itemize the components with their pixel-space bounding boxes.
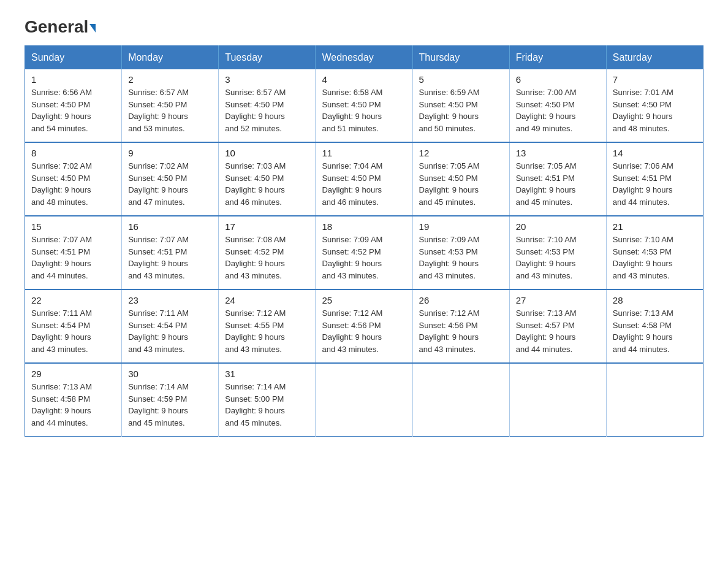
- day-number: 8: [31, 148, 115, 158]
- day-info: Sunrise: 7:06 AMSunset: 4:51 PMDaylight:…: [613, 161, 673, 207]
- day-info: Sunrise: 7:02 AMSunset: 4:50 PMDaylight:…: [128, 161, 189, 207]
- calendar-cell: 1 Sunrise: 6:56 AMSunset: 4:50 PMDayligh…: [25, 69, 122, 142]
- day-number: 24: [225, 295, 309, 305]
- day-number: 21: [613, 221, 697, 232]
- col-header-thursday: Thursday: [412, 46, 509, 70]
- day-number: 4: [322, 74, 406, 85]
- day-info: Sunrise: 7:12 AMSunset: 4:56 PMDaylight:…: [322, 308, 382, 354]
- calendar-cell: 20 Sunrise: 7:10 AMSunset: 4:53 PMDaylig…: [509, 216, 606, 289]
- calendar-cell: [509, 363, 606, 437]
- calendar-cell: 31 Sunrise: 7:14 AMSunset: 5:00 PMDaylig…: [219, 363, 316, 437]
- day-number: 5: [419, 74, 503, 85]
- day-info: Sunrise: 7:07 AMSunset: 4:51 PMDaylight:…: [128, 235, 189, 280]
- calendar-cell: [606, 363, 703, 437]
- calendar-cell: 21 Sunrise: 7:10 AMSunset: 4:53 PMDaylig…: [606, 216, 703, 289]
- calendar-week-row: 15 Sunrise: 7:07 AMSunset: 4:51 PMDaylig…: [25, 216, 703, 289]
- calendar-cell: 30 Sunrise: 7:14 AMSunset: 4:59 PMDaylig…: [122, 363, 219, 437]
- calendar-cell: 24 Sunrise: 7:12 AMSunset: 4:55 PMDaylig…: [219, 289, 316, 363]
- day-number: 25: [322, 295, 406, 305]
- day-number: 29: [31, 369, 115, 379]
- calendar-cell: 2 Sunrise: 6:57 AMSunset: 4:50 PMDayligh…: [122, 69, 219, 142]
- calendar-cell: 13 Sunrise: 7:05 AMSunset: 4:51 PMDaylig…: [509, 142, 606, 216]
- day-info: Sunrise: 7:12 AMSunset: 4:56 PMDaylight:…: [419, 308, 480, 354]
- calendar-table: SundayMondayTuesdayWednesdayThursdayFrid…: [25, 45, 703, 437]
- col-header-tuesday: Tuesday: [219, 46, 316, 70]
- day-info: Sunrise: 7:11 AMSunset: 4:54 PMDaylight:…: [128, 308, 189, 354]
- calendar-cell: 9 Sunrise: 7:02 AMSunset: 4:50 PMDayligh…: [122, 142, 219, 216]
- calendar-week-row: 29 Sunrise: 7:13 AMSunset: 4:58 PMDaylig…: [25, 363, 703, 437]
- logo: General: [25, 18, 96, 34]
- calendar-cell: 28 Sunrise: 7:13 AMSunset: 4:58 PMDaylig…: [606, 289, 703, 363]
- day-number: 18: [322, 221, 406, 232]
- day-number: 1: [31, 74, 115, 85]
- day-info: Sunrise: 7:09 AMSunset: 4:52 PMDaylight:…: [322, 235, 382, 280]
- day-info: Sunrise: 6:59 AMSunset: 4:50 PMDaylight:…: [419, 88, 480, 133]
- calendar-cell: 4 Sunrise: 6:58 AMSunset: 4:50 PMDayligh…: [316, 69, 412, 142]
- day-number: 6: [516, 74, 600, 85]
- calendar-cell: 5 Sunrise: 6:59 AMSunset: 4:50 PMDayligh…: [412, 69, 509, 142]
- day-number: 14: [613, 148, 697, 158]
- calendar-cell: 27 Sunrise: 7:13 AMSunset: 4:57 PMDaylig…: [509, 289, 606, 363]
- calendar-cell: 25 Sunrise: 7:12 AMSunset: 4:56 PMDaylig…: [316, 289, 412, 363]
- day-number: 10: [225, 148, 309, 158]
- day-info: Sunrise: 7:10 AMSunset: 4:53 PMDaylight:…: [516, 235, 577, 280]
- col-header-monday: Monday: [122, 46, 219, 70]
- calendar-cell: 6 Sunrise: 7:00 AMSunset: 4:50 PMDayligh…: [509, 69, 606, 142]
- day-info: Sunrise: 7:05 AMSunset: 4:51 PMDaylight:…: [516, 161, 577, 207]
- col-header-friday: Friday: [509, 46, 606, 70]
- day-number: 31: [225, 369, 309, 379]
- calendar-cell: 14 Sunrise: 7:06 AMSunset: 4:51 PMDaylig…: [606, 142, 703, 216]
- calendar-cell: 26 Sunrise: 7:12 AMSunset: 4:56 PMDaylig…: [412, 289, 509, 363]
- day-info: Sunrise: 6:58 AMSunset: 4:50 PMDaylight:…: [322, 88, 382, 133]
- calendar-cell: 3 Sunrise: 6:57 AMSunset: 4:50 PMDayligh…: [219, 69, 316, 142]
- day-info: Sunrise: 6:57 AMSunset: 4:50 PMDaylight:…: [128, 88, 189, 133]
- calendar-week-row: 1 Sunrise: 6:56 AMSunset: 4:50 PMDayligh…: [25, 69, 703, 142]
- day-number: 30: [128, 369, 212, 379]
- day-info: Sunrise: 7:10 AMSunset: 4:53 PMDaylight:…: [613, 235, 673, 280]
- day-number: 12: [419, 148, 503, 158]
- day-number: 3: [225, 74, 309, 85]
- day-number: 7: [613, 74, 697, 85]
- calendar-cell: [412, 363, 509, 437]
- day-number: 22: [31, 295, 115, 305]
- calendar-header-row: SundayMondayTuesdayWednesdayThursdayFrid…: [25, 46, 703, 70]
- calendar-cell: 11 Sunrise: 7:04 AMSunset: 4:50 PMDaylig…: [316, 142, 412, 216]
- day-number: 16: [128, 221, 212, 232]
- day-number: 2: [128, 74, 212, 85]
- day-info: Sunrise: 7:03 AMSunset: 4:50 PMDaylight:…: [225, 161, 286, 207]
- col-header-wednesday: Wednesday: [316, 46, 412, 70]
- day-info: Sunrise: 7:12 AMSunset: 4:55 PMDaylight:…: [225, 308, 286, 354]
- day-number: 11: [322, 148, 406, 158]
- calendar-cell: 19 Sunrise: 7:09 AMSunset: 4:53 PMDaylig…: [412, 216, 509, 289]
- calendar-cell: 23 Sunrise: 7:11 AMSunset: 4:54 PMDaylig…: [122, 289, 219, 363]
- day-number: 26: [419, 295, 503, 305]
- calendar-cell: 16 Sunrise: 7:07 AMSunset: 4:51 PMDaylig…: [122, 216, 219, 289]
- logo-text: General: [25, 18, 96, 36]
- calendar-week-row: 22 Sunrise: 7:11 AMSunset: 4:54 PMDaylig…: [25, 289, 703, 363]
- day-info: Sunrise: 6:56 AMSunset: 4:50 PMDaylight:…: [31, 88, 92, 133]
- page-header: General: [25, 18, 703, 34]
- day-info: Sunrise: 7:09 AMSunset: 4:53 PMDaylight:…: [419, 235, 480, 280]
- day-info: Sunrise: 7:13 AMSunset: 4:58 PMDaylight:…: [613, 308, 673, 354]
- day-number: 19: [419, 221, 503, 232]
- logo-triangle-icon: [89, 24, 96, 33]
- calendar-cell: 10 Sunrise: 7:03 AMSunset: 4:50 PMDaylig…: [219, 142, 316, 216]
- day-number: 23: [128, 295, 212, 305]
- day-info: Sunrise: 7:02 AMSunset: 4:50 PMDaylight:…: [31, 161, 92, 207]
- col-header-sunday: Sunday: [25, 46, 122, 70]
- day-info: Sunrise: 6:57 AMSunset: 4:50 PMDaylight:…: [225, 88, 286, 133]
- day-info: Sunrise: 7:01 AMSunset: 4:50 PMDaylight:…: [613, 88, 673, 133]
- calendar-cell: 8 Sunrise: 7:02 AMSunset: 4:50 PMDayligh…: [25, 142, 122, 216]
- day-number: 28: [613, 295, 697, 305]
- day-number: 20: [516, 221, 600, 232]
- day-info: Sunrise: 7:04 AMSunset: 4:50 PMDaylight:…: [322, 161, 382, 207]
- col-header-saturday: Saturday: [606, 46, 703, 70]
- day-number: 13: [516, 148, 600, 158]
- day-info: Sunrise: 7:07 AMSunset: 4:51 PMDaylight:…: [31, 235, 92, 280]
- day-number: 27: [516, 295, 600, 305]
- calendar-cell: [316, 363, 412, 437]
- day-info: Sunrise: 7:00 AMSunset: 4:50 PMDaylight:…: [516, 88, 577, 133]
- calendar-cell: 12 Sunrise: 7:05 AMSunset: 4:50 PMDaylig…: [412, 142, 509, 216]
- calendar-cell: 29 Sunrise: 7:13 AMSunset: 4:58 PMDaylig…: [25, 363, 122, 437]
- day-info: Sunrise: 7:05 AMSunset: 4:50 PMDaylight:…: [419, 161, 480, 207]
